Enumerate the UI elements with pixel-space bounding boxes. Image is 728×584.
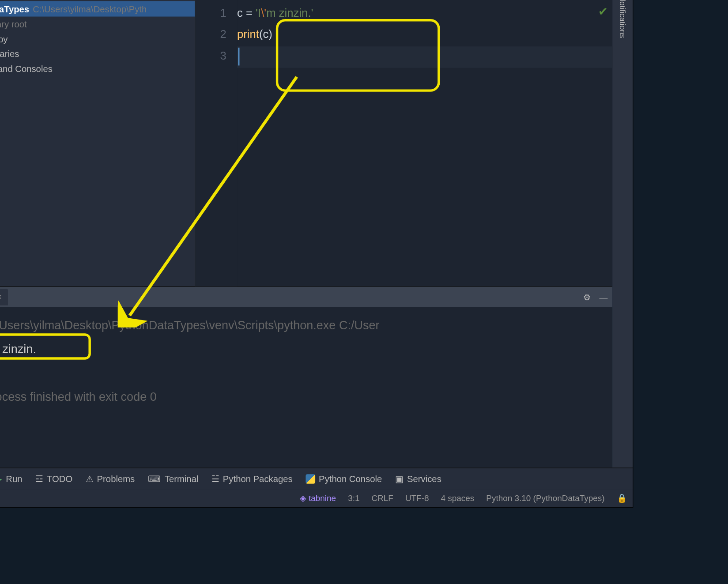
console-cmd-line: C:\Users\yilma\Desktop\PythonDataTypes\v… (0, 313, 605, 337)
venv-hint: library root (0, 19, 27, 29)
hide-run-panel-icon[interactable]: — (599, 292, 607, 302)
tabnine-widget[interactable]: ◈ tabnine (300, 493, 336, 503)
bottom-tool-bar: ᚶVersion Control ▶Run ☲TODO ⚠Problems ⌨T… (0, 467, 633, 489)
project-tree[interactable]: ⌄ PythonDataTypes C:\Users\yilma\Desktop… (0, 0, 195, 286)
project-tool-window: ▭ Project ⊕ ≡ ≑ ⚙ — ⌄ (0, 0, 195, 286)
console-exit-line: Process finished with exit code 0 (0, 385, 605, 409)
file-label: main.py (0, 34, 8, 44)
python-icon (306, 474, 315, 484)
console-output[interactable]: C:\Users\yilma\Desktop\PythonDataTypes\v… (0, 307, 612, 468)
caret-position[interactable]: 3:1 (348, 493, 359, 503)
run-settings-icon[interactable]: ⚙ (583, 292, 591, 302)
services-icon: ▣ (395, 473, 404, 484)
status-bar: ◫ ◈ tabnine 3:1 CRLF UTF-8 4 spaces Pyth… (0, 489, 633, 507)
caret (238, 48, 240, 66)
line-separator[interactable]: CRLF (371, 493, 393, 503)
terminal-icon: ⌨ (148, 473, 161, 484)
line-number[interactable]: 1 (195, 2, 226, 24)
terminal-tool[interactable]: ⌨Terminal (148, 473, 198, 484)
editor-area: main.py ✕ ⋮ 1 2 3 (195, 0, 612, 286)
tree-file-node[interactable]: main.py (0, 31, 195, 46)
console-stdout: I'm zinzin. (0, 337, 605, 361)
tree-root-node[interactable]: ⌄ PythonDataTypes C:\Users\yilma\Desktop… (0, 1, 195, 16)
warning-icon: ⚠ (86, 473, 94, 484)
file-encoding[interactable]: UTF-8 (405, 493, 429, 503)
code-line-1[interactable]: c = 'I\'m zinzin.' (237, 2, 612, 24)
run-tool-window: Run: main ✕ ⚙ — ▶ 🔧 ■ (0, 286, 612, 467)
right-tool-strip: 🔔 Notifications (612, 0, 633, 467)
run-tab-main[interactable]: main ✕ (0, 289, 8, 305)
code-content[interactable]: c = 'I\'m zinzin.' print(c) (237, 0, 612, 286)
inspection-ok-icon[interactable]: ✔ (598, 5, 608, 19)
gutter[interactable]: 1 2 3 (195, 0, 237, 286)
close-tab-icon[interactable]: ✕ (0, 293, 2, 301)
indent-settings[interactable]: 4 spaces (441, 493, 475, 503)
packages-icon: ☱ (211, 473, 219, 484)
services-tool[interactable]: ▣Services (395, 473, 441, 484)
tree-external-libraries[interactable]: ⫼ External Libraries (0, 46, 195, 61)
line-number[interactable]: 3 (195, 45, 226, 67)
current-line-highlight (237, 46, 612, 68)
line-number[interactable]: 2 (195, 24, 226, 45)
code-line-2[interactable]: print(c) (237, 24, 612, 45)
todo-tool[interactable]: ☲TODO (35, 473, 72, 484)
scratches-label: Scratches and Consoles (0, 64, 53, 74)
interpreter-widget[interactable]: Python 3.10 (PythonDataTypes) (486, 493, 604, 503)
run-tab-bar: Run: main ✕ ⚙ — (0, 287, 612, 307)
project-root-label: PythonDataTypes (0, 4, 29, 14)
problems-tool[interactable]: ⚠Problems (86, 473, 135, 484)
tree-scratches[interactable]: 🗎 Scratches and Consoles (0, 61, 195, 76)
run-tool[interactable]: ▶Run (0, 473, 23, 484)
play-icon: ▶ (0, 473, 2, 484)
list-icon: ☲ (35, 473, 43, 484)
python-console-tool[interactable]: Python Console (306, 474, 382, 484)
project-root-path: C:\Users\yilma\Desktop\Pyth (33, 4, 147, 14)
python-packages-tool[interactable]: ☱Python Packages (211, 473, 292, 484)
tree-venv-node[interactable]: venv library root (0, 17, 195, 32)
external-libraries-label: External Libraries (0, 49, 19, 59)
notifications-tool-tab[interactable]: Notifications (618, 0, 627, 43)
code-editor[interactable]: 1 2 3 c = 'I\'m zinzin.' print(c) (195, 0, 612, 286)
lock-icon[interactable]: 🔒 (617, 493, 627, 503)
